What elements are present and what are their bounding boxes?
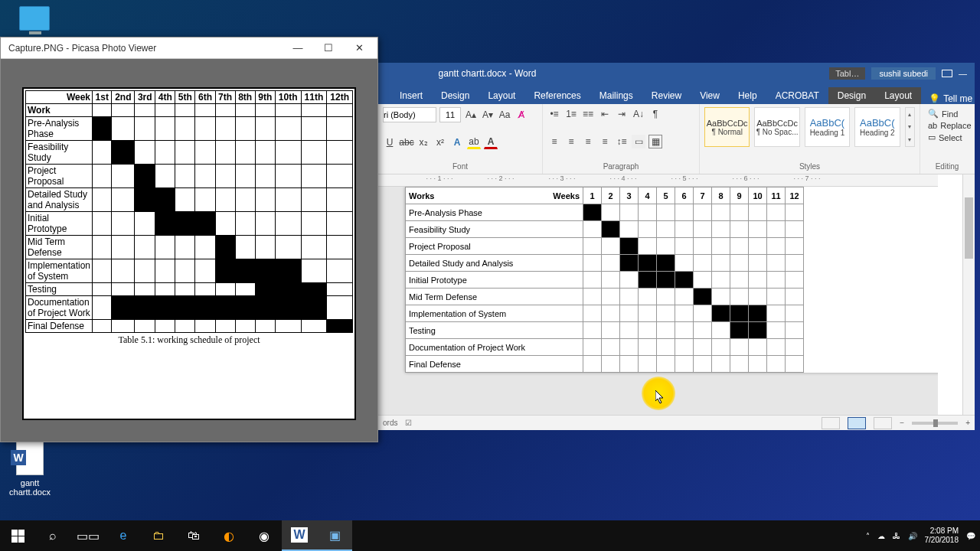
table-row[interactable]: Initial Prototype [26,212,353,236]
cell[interactable] [657,305,675,322]
view-print-icon[interactable] [848,417,866,429]
start-button[interactable] [0,520,35,551]
grow-font-icon[interactable]: A▴ [464,108,478,122]
table-row[interactable]: Documentation of Project Work [406,339,804,356]
cell[interactable] [135,259,155,283]
cell[interactable] [112,320,135,333]
cell[interactable] [255,165,275,188]
cell[interactable] [235,165,255,188]
cell[interactable] [275,165,301,188]
cell[interactable] [327,117,353,141]
cell[interactable] [327,236,353,259]
cell[interactable] [135,236,155,259]
cell[interactable] [767,339,786,356]
table-row[interactable]: Documentation of Project Work [26,296,353,320]
table-row[interactable]: Detailed Study and Analysis [406,255,804,272]
cell[interactable] [675,255,694,272]
cell[interactable] [675,289,694,305]
cell[interactable] [602,322,620,339]
cell[interactable] [235,188,255,212]
taskbar-explorer[interactable]: 🗀 [141,520,176,551]
cell[interactable] [327,283,353,296]
taskbar-picasa[interactable]: ▣ [317,520,352,551]
taskbar-firefox[interactable]: ◐ [211,520,247,551]
tab-mailings[interactable]: Mailings [590,87,642,104]
cell[interactable] [602,289,620,305]
tab-insert[interactable]: Insert [390,87,432,104]
multilist-icon[interactable]: ≡≡ [581,107,595,121]
minimize-button[interactable]: — [959,69,967,78]
cell[interactable] [215,283,235,296]
cell[interactable] [675,305,694,322]
cell[interactable] [235,117,255,141]
underline-icon[interactable]: U [383,135,397,149]
replace-button[interactable]: abReplace [928,121,966,130]
cell[interactable] [639,238,657,255]
cell[interactable] [767,255,786,272]
cell[interactable] [730,255,749,272]
cell[interactable] [215,296,235,320]
cell[interactable] [767,272,786,289]
cell[interactable] [786,272,804,289]
cell[interactable] [767,356,786,373]
show-marks-icon[interactable]: ¶ [648,107,662,121]
cell[interactable] [215,236,235,259]
cell[interactable] [675,238,694,255]
cell[interactable] [712,322,730,339]
table-row[interactable]: Mid Term Defense [26,236,353,259]
cell[interactable] [786,221,804,238]
cell[interactable] [175,296,195,320]
cell[interactable] [583,221,602,238]
table-row[interactable]: Testing [26,283,353,296]
cell[interactable] [657,356,675,373]
cell[interactable] [112,259,135,283]
cell[interactable] [639,339,657,356]
cell[interactable] [675,339,694,356]
cell[interactable] [301,117,327,141]
zoom-out-button[interactable]: − [900,419,904,427]
taskbar-edge[interactable]: e [106,520,141,551]
taskbar-word[interactable]: W [282,520,317,551]
cell[interactable] [675,221,694,238]
cell[interactable] [195,117,215,141]
cell[interactable] [255,141,275,165]
cell[interactable] [112,212,135,236]
cell[interactable] [694,204,712,221]
cell[interactable] [327,141,353,165]
cell[interactable] [620,204,639,221]
cell[interactable] [255,259,275,283]
cell[interactable] [749,322,767,339]
cell[interactable] [155,320,175,333]
cell[interactable] [112,188,135,212]
cell[interactable] [767,204,786,221]
cell[interactable] [112,236,135,259]
cell[interactable] [175,236,195,259]
cell[interactable] [712,272,730,289]
cell[interactable] [712,305,730,322]
cell[interactable] [93,259,112,283]
cell[interactable] [93,117,112,141]
status-proof-icon[interactable]: ☑ [405,419,412,427]
cell[interactable] [639,255,657,272]
cell[interactable] [195,296,215,320]
cell[interactable] [135,212,155,236]
tab-references[interactable]: References [524,87,590,104]
cell[interactable] [657,238,675,255]
tab-design[interactable]: Design [432,87,479,104]
tell-me-input[interactable]: 💡Tell me [929,93,972,104]
cell[interactable] [301,188,327,212]
desktop-icon-this-pc[interactable] [8,0,61,38]
document-area[interactable]: WorksWeeks123456789101112Pre-Analysis Ph… [378,187,938,415]
superscript-icon[interactable]: x² [433,135,447,149]
cell[interactable] [135,283,155,296]
cell[interactable] [786,339,804,356]
cell[interactable] [657,322,675,339]
cell[interactable] [694,289,712,305]
cell[interactable] [639,356,657,373]
cell[interactable] [583,204,602,221]
cell[interactable] [694,356,712,373]
cell[interactable] [712,339,730,356]
cell[interactable] [275,259,301,283]
cell[interactable] [730,272,749,289]
cell[interactable] [215,259,235,283]
